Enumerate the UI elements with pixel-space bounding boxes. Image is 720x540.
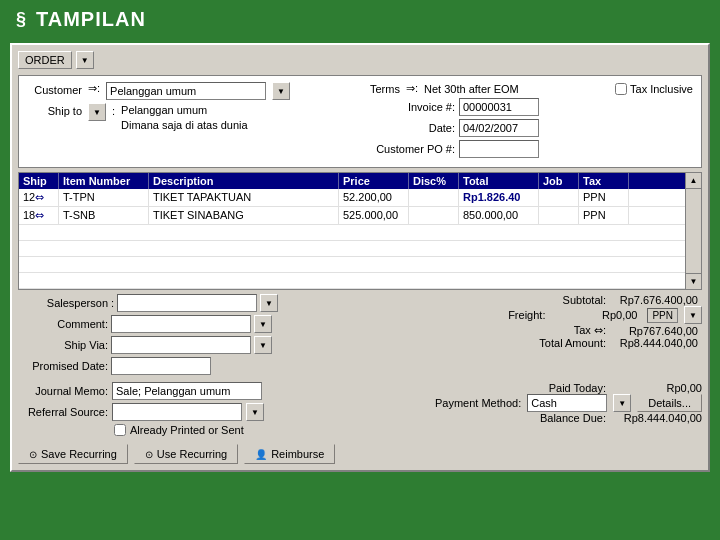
- payment-method-btn[interactable]: ▼: [613, 394, 631, 412]
- freight-label: Freight:: [445, 309, 545, 321]
- scroll-up-btn[interactable]: ▲: [686, 173, 701, 189]
- tax-inclusive-label: Tax Inclusive: [630, 83, 693, 95]
- cell-item-1: T-SNB: [59, 207, 149, 224]
- referral-input[interactable]: [112, 403, 242, 421]
- balance-due-row: Balance Due: Rp8.444.040,00: [363, 412, 702, 424]
- salesperson-input[interactable]: [117, 294, 257, 312]
- freight-value: Rp0,00: [551, 309, 641, 321]
- paid-today-value: Rp0,00: [612, 382, 702, 394]
- customer-arrow: ⇒:: [88, 82, 100, 95]
- ship-via-btn[interactable]: ▼: [254, 336, 272, 354]
- use-recurring-icon: ⊙: [145, 449, 153, 460]
- freight-btn[interactable]: ▼: [684, 306, 702, 324]
- save-recurring-label: Save Recurring: [41, 448, 117, 460]
- journal-memo-row: Journal Memo:: [18, 382, 357, 400]
- invoice-label: Invoice #:: [370, 101, 455, 113]
- ship-address-line2: Dimana saja di atas dunia: [121, 118, 248, 133]
- journal-memo-label: Journal Memo:: [18, 385, 108, 397]
- scroll-down-btn[interactable]: ▼: [686, 273, 701, 289]
- cell-price-1: 525.000,00: [339, 207, 409, 224]
- table-row-empty: [19, 257, 685, 273]
- col-description: Description: [149, 173, 339, 189]
- use-recurring-label: Use Recurring: [157, 448, 227, 460]
- promised-date-input[interactable]: [111, 357, 211, 375]
- customer-row: Customer ⇒: ▼: [27, 82, 350, 100]
- customer-po-input[interactable]: [459, 140, 539, 158]
- date-row: Date:: [370, 119, 693, 137]
- table-row-empty: [19, 225, 685, 241]
- customer-po-row: Customer PO #:: [370, 140, 693, 158]
- tax-row: Tax ⇔: Rp767.640,00: [363, 324, 702, 337]
- reimburse-button[interactable]: 👤 Reimburse: [244, 444, 335, 464]
- cell-tax-1: PPN: [579, 207, 629, 224]
- ship-via-input[interactable]: [111, 336, 251, 354]
- grid-scrollbar[interactable]: ▲ ▼: [685, 173, 701, 289]
- col-ship: Ship: [19, 173, 59, 189]
- comment-label: Comment:: [18, 318, 108, 330]
- table-row[interactable]: 18⇔ T-SNB TIKET SINABANG 525.000,00 850.…: [19, 207, 685, 225]
- payment-method-row: Payment Method: ▼ Details...: [363, 394, 702, 412]
- save-recurring-button[interactable]: ⊙ Save Recurring: [18, 444, 128, 464]
- freight-row: Freight: Rp0,00 PPN ▼: [363, 306, 702, 324]
- right-fields: Invoice #: Date: Customer PO #:: [370, 98, 693, 158]
- salesperson-btn[interactable]: ▼: [260, 294, 278, 312]
- already-printed-label: Already Printed or Sent: [130, 424, 244, 436]
- journal-payment-section: Journal Memo: Referral Source: ▼ Already…: [18, 382, 702, 436]
- journal-section: Journal Memo: Referral Source: ▼ Already…: [18, 382, 357, 436]
- customer-input[interactable]: [106, 82, 266, 100]
- cell-total-1: 850.000,00: [459, 207, 539, 224]
- customer-ship-section: Customer ⇒: ▼ Ship to ▼ : Pelanggan umum…: [27, 82, 350, 158]
- cell-total-0: Rp1.826.40: [459, 189, 539, 206]
- cell-disc-0: [409, 189, 459, 206]
- col-item-number: Item Number: [59, 173, 149, 189]
- totals-section: Subtotal: Rp7.676.400,00 Freight: Rp0,00…: [363, 294, 702, 378]
- col-price: Price: [339, 173, 409, 189]
- salesperson-row: Salesperson : ▼: [18, 294, 357, 312]
- date-label: Date:: [370, 122, 455, 134]
- customer-label: Customer: [27, 82, 82, 96]
- paid-today-row: Paid Today: Rp0,00: [363, 382, 702, 394]
- journal-memo-input[interactable]: [112, 382, 262, 400]
- ship-via-label: Ship Via:: [18, 339, 108, 351]
- comment-btn[interactable]: ▼: [254, 315, 272, 333]
- customer-po-label: Customer PO #:: [370, 143, 455, 155]
- ship-address-line1: Pelanggan umum: [121, 103, 248, 118]
- invoice-input[interactable]: [459, 98, 539, 116]
- cell-desc-0: TIKET TAPAKTUAN: [149, 189, 339, 206]
- invoice-row: Invoice #:: [370, 98, 693, 116]
- total-amount-row: Total Amount: Rp8.444.040,00: [363, 337, 702, 349]
- total-amount-value: Rp8.444.040,00: [612, 337, 702, 349]
- table-row[interactable]: 12⇔ T-TPN TIKET TAPAKTUAN 52.200,00 Rp1.…: [19, 189, 685, 207]
- salesperson-label: Salesperson: [18, 297, 108, 309]
- order-dropdown-btn[interactable]: ▼: [76, 51, 94, 69]
- cell-ship-0: 12⇔: [19, 189, 59, 206]
- already-printed-checkbox[interactable]: [114, 424, 126, 436]
- comment-input[interactable]: [111, 315, 251, 333]
- cell-item-0: T-TPN: [59, 189, 149, 206]
- referral-label: Referral Source:: [18, 406, 108, 418]
- date-input[interactable]: [459, 119, 539, 137]
- comment-row: Comment: ▼: [18, 315, 357, 333]
- payment-method-input[interactable]: [527, 394, 607, 412]
- cell-tax-0: PPN: [579, 189, 629, 206]
- referral-btn[interactable]: ▼: [246, 403, 264, 421]
- reimburse-label: Reimburse: [271, 448, 324, 460]
- use-recurring-button[interactable]: ⊙ Use Recurring: [134, 444, 238, 464]
- terms-arrow: ⇒:: [406, 82, 418, 95]
- tax-inclusive-checkbox[interactable]: [615, 83, 627, 95]
- referral-row: Referral Source: ▼: [18, 403, 357, 421]
- customer-field-btn[interactable]: ▼: [272, 82, 290, 100]
- details-button[interactable]: Details...: [637, 394, 702, 412]
- top-form-section: Customer ⇒: ▼ Ship to ▼ : Pelanggan umum…: [18, 75, 702, 168]
- header-title: TAMPILAN: [36, 8, 146, 31]
- ship-to-dropdown-btn[interactable]: ▼: [88, 103, 106, 121]
- subtotal-row: Subtotal: Rp7.676.400,00: [363, 294, 702, 306]
- balance-due-value: Rp8.444.040,00: [612, 412, 702, 424]
- grid-container: Ship Item Number Description Price Disc%…: [19, 173, 701, 289]
- col-total: Total: [459, 173, 539, 189]
- line-items-grid: Ship Item Number Description Price Disc%…: [18, 172, 702, 290]
- terms-value: Net 30th after EOM: [424, 83, 519, 95]
- cell-price-0: 52.200,00: [339, 189, 409, 206]
- paid-today-label: Paid Today:: [506, 382, 606, 394]
- grid-header-row: Ship Item Number Description Price Disc%…: [19, 173, 685, 189]
